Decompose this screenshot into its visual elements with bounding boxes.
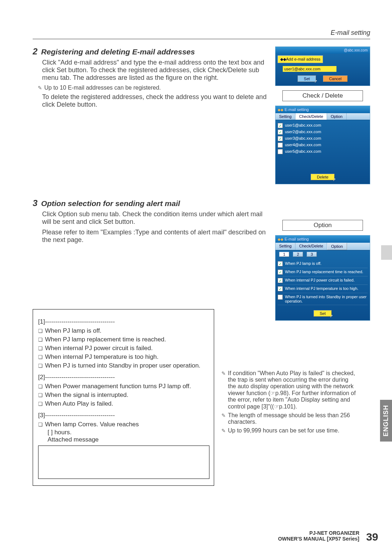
option-text: When internal PJ power circuit is failed… (285, 278, 355, 282)
email-input[interactable]: user1@abc.xxx.com (283, 66, 336, 72)
side-strip (381, 245, 392, 260)
option-item: ✓When internal PJ temperature is too hig… (278, 286, 368, 292)
set-button-2[interactable]: Set (314, 310, 332, 317)
tab-setting-2[interactable]: Setting (275, 243, 295, 250)
group3-attach: Attached message (48, 436, 209, 443)
checkbox-icon[interactable] (38, 421, 43, 428)
tab-option-2[interactable]: Option (327, 243, 347, 250)
email-address: user4@abc.xxx.com (285, 143, 321, 147)
section2-note: Up to 10 E-mail addresses can be registe… (44, 85, 161, 91)
group-3-head: [3]---------------------------------- (38, 412, 209, 419)
checkbox-icon[interactable]: ✓ (278, 130, 283, 135)
option-text: When PJ lamp replacement time is reached… (285, 270, 363, 274)
page-number: 39 (366, 531, 378, 543)
footer-line2: OWNER'S MANUAL [XP57 Series] (278, 536, 359, 542)
email-address: user3@abc.xxx.com (285, 136, 321, 140)
section2-paragraph1: Click "Add e-mail address" and type the … (42, 59, 270, 82)
checklist-text: When PJ lamp replacement time is reached… (45, 336, 166, 343)
subtab-1[interactable]: 1 (279, 252, 289, 257)
checkbox-icon[interactable] (278, 149, 283, 154)
checkbox-icon[interactable]: ✓ (278, 270, 283, 275)
email-list-row: user4@abc.xxx.com (278, 142, 368, 148)
group-2-head: [2]---------------------------------- (38, 374, 209, 381)
attached-message-area[interactable] (38, 446, 209, 479)
checkbox-icon[interactable]: ✓ (278, 286, 283, 291)
section-number-3: 3 (33, 198, 37, 208)
option-item: ✓When PJ lamp is off. (278, 260, 368, 267)
email-list-row: ✓user1@abc.xxx.com (278, 122, 368, 129)
pencil-icon (221, 427, 226, 434)
email-list-row: ✓user2@abc.xxx.com (278, 129, 368, 135)
checkbox-icon[interactable]: ✓ (278, 123, 283, 128)
option-label: Option (282, 220, 363, 231)
checkbox-icon[interactable]: ✓ (278, 261, 283, 266)
option-item: ✓When PJ lamp replacement time is reache… (278, 269, 368, 275)
checkbox-icon[interactable] (38, 327, 43, 335)
section-number-2: 2 (33, 46, 37, 57)
group-1-head: [1]---------------------------------- (38, 318, 209, 325)
delete-button[interactable]: Delete (311, 174, 335, 180)
email-list-row: user5@abc.xxx.com (278, 148, 368, 155)
option-item: ✓When internal PJ power circuit is faile… (278, 277, 368, 284)
checklist-text: When PJ lamp is off. (45, 327, 102, 335)
email-list-row: ✓user3@abc.xxx.com (278, 135, 368, 142)
checkbox-icon[interactable] (278, 143, 283, 148)
checklist-item: When internal PJ power circuit is failed… (38, 344, 209, 353)
section-title-3: Option selection for sending alert mail (41, 199, 180, 208)
email-address: user2@abc.xxx.com (285, 130, 321, 134)
pencil-icon (221, 370, 226, 377)
checkbox-icon[interactable] (38, 345, 43, 352)
check-delete-label: Check / Delete (282, 90, 363, 101)
checkbox-icon[interactable]: ✓ (278, 136, 283, 141)
checkbox-icon[interactable] (38, 362, 43, 369)
section2-paragraph2: To delete the registered addresses, chec… (42, 93, 270, 108)
email-address: user1@abc.xxx.com (285, 123, 321, 127)
add-email-titlebar: @abc.xxx.com (275, 47, 370, 54)
bottom-note-1: If condition "When Auto Play is failed" … (228, 370, 356, 410)
checkbox-icon[interactable] (38, 383, 43, 390)
subtab-2[interactable]: 2 (293, 252, 303, 257)
option-text: When PJ lamp is off. (285, 261, 322, 266)
section-title-2: Registering and deleting E-mail addresse… (41, 48, 195, 56)
checklist-text: When PJ is turned into Standby in proper… (45, 362, 200, 369)
checklist-text: When the signal is interrupted. (45, 391, 128, 399)
checklist-item: When the signal is interrupted. (38, 391, 209, 399)
email-address: user5@abc.xxx.com (285, 149, 321, 153)
checklist-item: When Power management function turns PJ … (38, 382, 209, 391)
tab-setting[interactable]: Setting (275, 113, 295, 120)
checkbox-icon[interactable]: ✓ (278, 278, 283, 283)
checkbox-icon[interactable] (38, 336, 43, 343)
set-button[interactable]: Set (298, 75, 316, 82)
page-header: E-mail setting (33, 29, 370, 39)
tab-check-delete-2[interactable]: Check/Delete (295, 243, 327, 250)
tab-check-delete[interactable]: Check/Delete (295, 113, 327, 120)
cancel-button[interactable]: Cancel (323, 75, 348, 82)
add-email-label: ◆◆Add e-mail address (278, 56, 323, 63)
checklist-text: When Auto Play is failed. (45, 400, 113, 407)
language-tab: ENGLISH (380, 400, 392, 442)
subtab-3[interactable]: 3 (307, 252, 317, 257)
pencil-icon (38, 85, 42, 91)
pencil-icon (221, 412, 226, 419)
condition-checklist-box: [1]---------------------------------- Wh… (33, 309, 214, 486)
section3-paragraph2: Please refer to item "Examples :Type and… (42, 229, 270, 244)
checkbox-icon[interactable] (278, 295, 283, 300)
section3-paragraph1: Click Option sub menu tab. Check the con… (42, 210, 270, 226)
checklist-text: When Power management function turns PJ … (45, 383, 191, 390)
checkbox-icon[interactable] (38, 391, 43, 399)
checkbox-icon[interactable] (38, 400, 43, 407)
bottom-note-2: The length of message should be less tha… (228, 412, 356, 425)
checklist-item: When PJ lamp replacement time is reached… (38, 335, 209, 344)
checklist-item: When Auto Play is failed. (38, 399, 209, 408)
bottom-note-3: Up to 99,999 hours can be set for use ti… (228, 427, 339, 434)
tab-option[interactable]: Option (327, 113, 346, 120)
checkbox-icon[interactable] (38, 353, 43, 361)
footer-line1: PJ-NET ORGANIZER (278, 530, 359, 536)
bottom-notes: If condition "When Auto Play is failed" … (221, 370, 356, 436)
checklist-item: When internal PJ temperature is too high… (38, 353, 209, 361)
checklist-item: When PJ lamp is off. (38, 327, 209, 335)
cd-panel-title: E-mail setting (285, 107, 309, 112)
option-text: When PJ is turned into Standby in proper… (285, 295, 368, 303)
option-window: ◆◆E-mail setting Setting Check/Delete Op… (275, 235, 370, 321)
group3-item: When lamp Corres. Value reaches (38, 420, 209, 429)
